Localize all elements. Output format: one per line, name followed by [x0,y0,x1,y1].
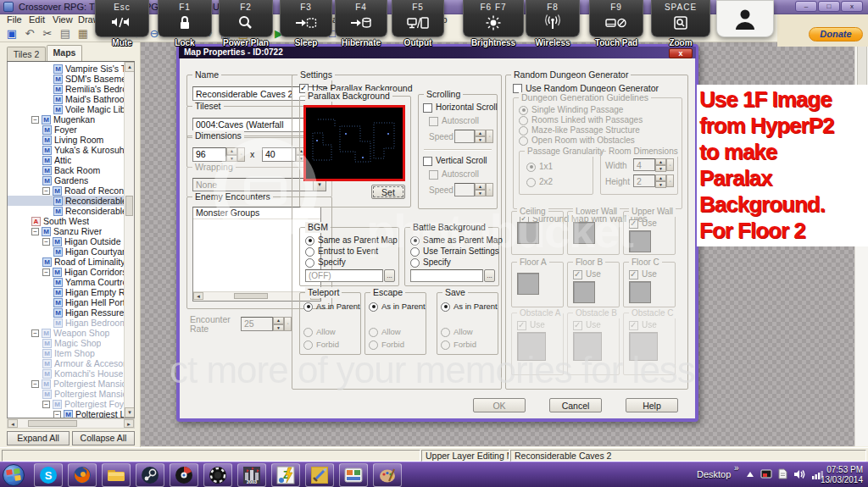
tree-item[interactable]: MRemilia's Bedroc [8,84,134,94]
menu-item-database[interactable]: Database [318,14,358,25]
granularity-2x2-radio[interactable]: 2x2 [526,177,553,187]
tile-use-checkbox[interactable]: Use [573,320,601,330]
menu-item-view[interactable]: View [53,14,73,25]
tab-maps[interactable]: Maps [47,45,82,61]
upper-layer-icon[interactable]: ▰ [200,26,215,41]
tree-item[interactable]: MGardens [8,175,134,185]
expand-all-button[interactable]: Expand All [7,431,70,445]
database-icon[interactable]: ▣ [236,26,251,41]
maximize-button[interactable]: □ [818,1,840,12]
expander-icon[interactable]: − [42,238,50,246]
bgm-browse-button[interactable]: ... [384,269,395,282]
ok-button[interactable]: OK [473,398,526,412]
chevron-icon[interactable]: » [734,463,739,473]
expander-icon[interactable]: − [31,329,39,337]
scroll-right-arrow[interactable]: ► [124,419,134,428]
granularity-1x1-radio[interactable]: 1x1 [526,162,553,172]
rpg-maker-2000-icon[interactable]: Z [271,463,300,487]
escape-as-in-parent-radio[interactable]: As in Parent [369,302,426,312]
run-icon[interactable]: ▶ [271,26,287,41]
horizontal-scroll-checkbox[interactable]: Horizontal Scroll [423,102,498,113]
h-speed-stepper[interactable]: ▲▼◦ [454,130,493,143]
tray-expand-icon[interactable] [746,470,754,479]
tile-swatch[interactable] [517,222,539,244]
minimize-button[interactable]: – [795,1,817,12]
menu-item-tools[interactable]: Tools [394,14,416,25]
tile-swatch[interactable] [573,281,595,303]
desktop-toolbar-label[interactable]: Desktop [697,469,731,479]
tree-item[interactable]: MHigan Bedrooms [8,318,134,328]
close-button[interactable]: x [841,1,863,12]
menu-item-map[interactable]: Map [292,14,310,25]
set-parallax-button[interactable]: Set [371,185,405,199]
battle-terrain-radio[interactable]: Use Terrain Settings [410,246,499,257]
sword-app-icon[interactable] [305,463,334,487]
tree-item[interactable]: MVampire Sis's Th [8,64,134,74]
vertical-scroll-checkbox[interactable]: Vertical Scroll [423,156,487,166]
scroll-up-arrow[interactable]: ▲ [125,62,135,72]
tab-tiles-2[interactable]: Tiles 2 [7,47,46,61]
scroll-thumb[interactable] [28,420,77,427]
tree-item[interactable]: −MMugenkan [8,114,134,125]
tree-item[interactable]: −MSanzu River [8,226,134,236]
save-icon[interactable]: ▣ [4,26,19,41]
undo-icon[interactable]: ↶ [22,26,37,41]
tree-item[interactable]: MMagic Shop [8,338,134,348]
tile-use-checkbox[interactable]: Use [629,269,657,279]
expander-icon[interactable]: − [42,268,50,276]
taskbar-clock[interactable]: 07:53 PM 13/03/2014 [821,465,863,485]
menu-item-help[interactable]: Help [428,14,448,25]
expander-icon[interactable]: − [53,411,61,418]
cut-icon[interactable]: ✂ [40,26,55,41]
lower-layer-icon[interactable]: ▱ [182,26,198,41]
expander-icon[interactable]: − [42,187,50,195]
tree-item[interactable]: −MPoltergiest Mansion [8,379,134,389]
tile-use-checkbox[interactable]: Use [573,269,601,279]
tree-item[interactable]: MReconsiderable [8,196,134,206]
tree-item[interactable]: MVoile Magic Libr [8,104,134,114]
scroll-thumb[interactable] [125,196,133,216]
tile-swatch[interactable] [629,281,651,303]
tree-item[interactable]: −MPoltergiest Foyer [8,399,134,409]
menu-item-test[interactable]: Test [366,14,383,25]
tile-swatch[interactable] [517,273,539,295]
tile-use-checkbox[interactable]: Use [629,219,657,229]
bgm-same-as-parent-radio[interactable]: Same as Parent Map [305,235,398,246]
cancel-button[interactable]: Cancel [549,398,602,412]
teleport-forbid-radio[interactable]: Forbid [303,340,339,350]
battle-value-field[interactable] [410,269,483,282]
expander-icon[interactable]: − [31,116,39,124]
tree-item[interactable]: −MPoltergiest Left S [8,409,134,418]
skype-icon[interactable]: S [34,463,63,487]
battle-browse-button[interactable]: ... [484,269,495,282]
expander-icon[interactable]: − [31,380,39,388]
collapse-all-button[interactable]: Collapse All [72,431,135,445]
delete-icon[interactable]: ✕ [93,26,108,41]
bgm-entrust-radio[interactable]: Entrust to Event [305,246,378,257]
media-app-icon[interactable] [170,463,198,487]
autoscroll-checkbox[interactable]: Autoscroll [429,116,479,126]
menu-item-draw[interactable]: Draw [78,14,100,25]
paint-icon[interactable] [373,463,402,487]
donate-button[interactable]: Donate [809,27,863,42]
tree-item[interactable]: MArmour & Accesory S [8,358,134,368]
paste-icon[interactable]: ▦ [75,26,91,41]
scroll-left-arrow[interactable]: ◄ [193,292,203,300]
photo-viewer-icon[interactable] [339,463,368,487]
teleport-as-in-parent-radio[interactable]: As in Parent [303,302,360,312]
music-icon[interactable]: ♪ [253,26,269,41]
event-layer-icon[interactable]: ▨ [218,26,233,41]
tree-item[interactable]: MPoltergiest Mansion [8,389,134,399]
zoom-in-icon[interactable]: ⊕ [129,26,144,41]
tray-notes-icon[interactable] [778,468,787,479]
fill-icon[interactable]: ● [289,26,304,41]
menu-item-file[interactable]: File [7,14,22,25]
tree-item[interactable]: MKomachi's House [8,368,134,379]
tree-vertical-scrollbar[interactable]: ▲ ▼ [124,62,134,418]
scroll-down-arrow[interactable]: ▼ [125,407,135,418]
map-width-stepper[interactable]: 96 ▲▼◦ [192,147,245,162]
battle-same-as-parent-radio[interactable]: Same as Parent Map [410,235,503,246]
tree-item[interactable]: MMaid's Bathroom [8,94,134,104]
save-as-in-parent-radio[interactable]: As in Parent [441,302,498,312]
tile-use-checkbox[interactable]: Use [629,320,657,330]
